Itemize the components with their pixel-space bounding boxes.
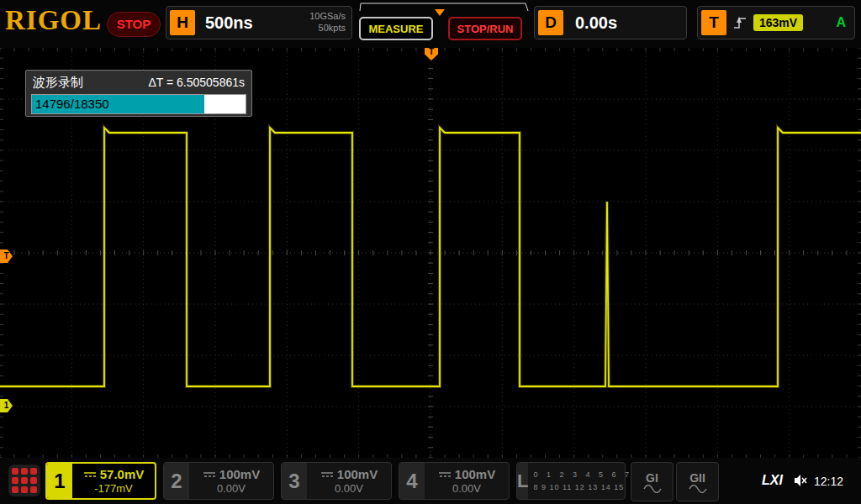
channel4-box[interactable]: 4 100mV 0.00V [399,462,510,500]
channel4-number: 4 [399,463,425,499]
trigger-level-badge: 163mV [753,14,803,31]
record-frame-counter: 14796/18350 [35,95,109,113]
generator1-label: GI [646,471,658,485]
channel2-number: 2 [164,463,189,499]
bottom-bar: 1 57.0mV -177mV 2 [0,458,861,504]
measure-button[interactable]: MEASURE [359,17,433,40]
channel4-offset: 0.00V [428,482,505,495]
generator2-label: GII [689,471,705,485]
coupling-icon [438,470,452,479]
record-delta-time: ΔT = 6.50505861s [148,76,245,89]
channel2-box[interactable]: 2 100mV 0.00V [163,462,274,500]
run-state-badge: STOP [107,12,161,37]
record-title: 波形录制 [33,75,83,91]
coupling-icon [320,470,334,479]
waveform-display-area: T T 1 波形录制 ΔT = 6.50505861s 14796/18350 [0,48,861,458]
t-label: T [701,10,726,35]
channel1-scale: 57.0mV [100,467,145,481]
channel1-offset: -177mV [76,482,151,495]
sound-muted-icon[interactable] [794,474,808,487]
stop-run-button[interactable]: STOP/RUN [448,17,522,40]
channel3-scale: 100mV [337,467,378,481]
clock: 12:12 [814,475,843,488]
memory-waveform-preview [359,1,529,16]
channel4-scale: 100mV [455,467,495,481]
channel3-box[interactable]: 3 100mV 0.00V [281,462,392,500]
rigol-logo: RIGOL [5,5,102,36]
channel2-scale: 100mV [219,467,260,481]
sample-rate: 10GSa/s [309,11,346,23]
trigger-slope-icon [733,14,747,31]
record-progress-bar: 14796/18350 [31,94,246,114]
trigger-settings-box[interactable]: T 163mV A [697,6,855,39]
generator2-box[interactable]: GII [676,462,719,501]
generator1-box[interactable]: GI [631,462,673,501]
d-label: D [538,10,563,35]
channel2-offset: 0.00V [193,482,270,495]
coupling-icon [83,470,97,479]
delay-settings-box[interactable]: D 0.00s [534,6,687,39]
lxi-status: LXI [762,473,783,488]
horizontal-settings-box[interactable]: H 500ns 10GSa/s 50kpts [166,6,352,39]
top-bar: RIGOL STOP H 500ns 10GSa/s 50kpts MEASUR… [0,0,861,48]
waveform-record-panel: 波形录制 ΔT = 6.50505861s 14796/18350 [25,70,252,117]
oscilloscope-screen: RIGOL STOP H 500ns 10GSa/s 50kpts MEASUR… [0,0,861,504]
sine-wave-icon [689,485,707,493]
touch-menu-icon[interactable] [8,465,40,496]
channel3-number: 3 [282,463,307,499]
h-label: H [170,10,195,35]
acquisition-rates: 10GSa/s 50kpts [309,11,351,34]
memory-depth: 50kpts [309,23,346,34]
logic-channel-numbers: 0 1 2 3 4 5 6 7 8 9 10 11 12 13 14 15 [528,463,632,499]
sine-wave-icon [643,485,662,493]
channel1-box[interactable]: 1 57.0mV -177mV [45,462,156,500]
channel1-number: 1 [47,464,72,498]
logic-channels-box[interactable]: L 0 1 2 3 4 5 6 7 8 9 10 11 12 13 14 15 [516,462,626,500]
delay-value: 0.00s [575,13,617,33]
coupling-icon [203,470,216,479]
channel3-offset: 0.00V [310,482,388,495]
trigger-sweep-mode: A [836,15,846,30]
timebase-value: 500ns [205,13,253,33]
logic-label: L [517,463,528,499]
